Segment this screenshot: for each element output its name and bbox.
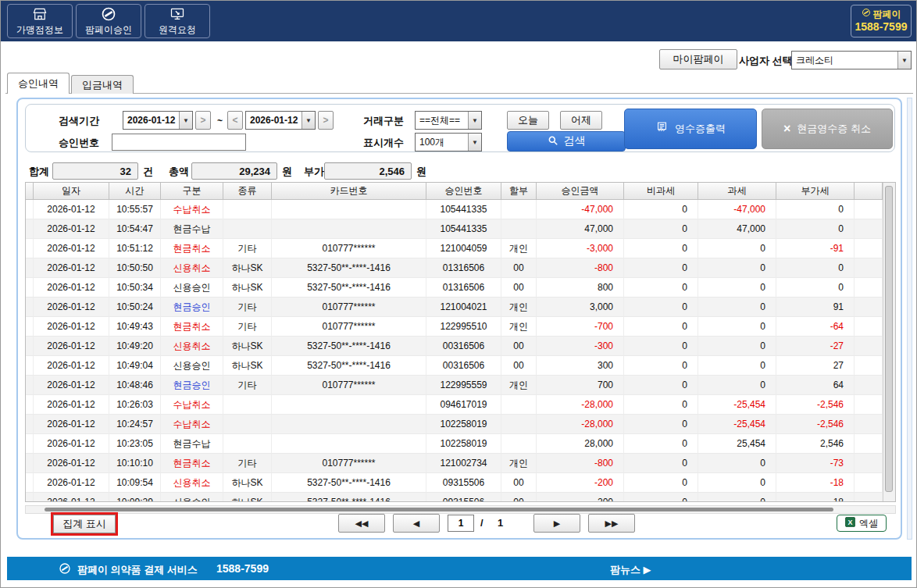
mypharmpay-button[interactable]: 마이팜페이 (659, 49, 737, 69)
table-row[interactable]: 2026-01-1210:49:43현금취소기타010777******1229… (26, 317, 883, 337)
excel-export-button[interactable]: X 엑셀 (837, 515, 887, 532)
chevron-down-icon[interactable]: ▼ (302, 112, 315, 129)
chevron-down-icon[interactable]: ▼ (179, 112, 192, 129)
table-row[interactable]: 2026-01-1210:49:04신용승인하나SK5327-50**-****… (26, 356, 883, 376)
col-header-taxable[interactable]: 과세 (698, 183, 776, 200)
table-row[interactable]: 2026-01-1210:50:24현금승인기타010777******1210… (26, 298, 883, 317)
date-from-dropdown[interactable]: 2026-01-12 ▼ (123, 111, 193, 130)
cell-taxable: 0 (698, 454, 776, 473)
table-row[interactable]: 2026-01-1210:09:54신용취소하나SK5327-50**-****… (26, 473, 883, 493)
footer-bar: 팜페이 의약품 결제 서비스 1588-7599 팜뉴스 ▶ (7, 557, 912, 580)
table-row[interactable]: 2026-01-1210:26:03수납취소094617019-28,0000-… (26, 395, 883, 415)
approval-number-label: 승인번호 (59, 136, 99, 150)
cell-approval: 01316506 (426, 278, 501, 298)
cell-installment: 00 (501, 258, 537, 278)
cell-taxfillerree: 0 (624, 473, 698, 493)
business-select-dropdown[interactable]: 크레소티 ▼ (791, 51, 912, 69)
tab-2[interactable]: 입금내역 (71, 75, 134, 94)
chevron-down-icon[interactable]: ▼ (468, 112, 481, 129)
cell-date: 2026-01-12 (34, 278, 109, 298)
cell-date: 2026-01-12 (34, 317, 109, 337)
table-row[interactable]: 2026-01-1210:49:20신용취소하나SK5327-50**-****… (26, 337, 883, 356)
col-header-amount[interactable]: 승인금액 (537, 183, 624, 200)
cell-rowhead (26, 258, 34, 278)
tab-1[interactable]: 승인내역 (7, 73, 70, 94)
approval-number-input[interactable] (112, 134, 246, 151)
chevron-down-icon[interactable]: ▼ (897, 52, 911, 69)
table-row[interactable]: 2026-01-1210:55:57수납취소105441335-47,0000-… (26, 200, 883, 219)
table-horizontal-scrollbar[interactable] (25, 505, 896, 514)
col-header-approval[interactable]: 승인번호 (426, 183, 501, 200)
col-header-kind[interactable]: 종류 (223, 183, 272, 200)
window-right-scroll-track[interactable] (907, 98, 912, 540)
date-range-separator: ~ (217, 116, 223, 127)
cell-vat: -27 (776, 337, 855, 356)
table-row[interactable]: 2026-01-1210:50:34신용승인하나SK5327-50**-****… (26, 278, 883, 298)
summary-total-value: 29,234 (191, 162, 277, 180)
table-row[interactable]: 2026-01-1210:51:12현금취소기타010777******1210… (26, 239, 883, 258)
footer-news-link[interactable]: 팜뉴스 ▶ (610, 563, 651, 577)
table-row[interactable]: 2026-01-1210:48:46현금승인기타010777******1229… (26, 376, 883, 395)
cell-installment: 개인 (501, 239, 537, 258)
display-count-dropdown[interactable]: 100개 ▼ (415, 133, 482, 151)
chevron-down-icon[interactable]: ▼ (468, 134, 481, 151)
topbar-button-2[interactable]: 팜페이승인 (76, 4, 141, 38)
cell-vat: 0 (776, 278, 855, 298)
cell-kind: 하나SK (223, 278, 272, 298)
date-to-next-button[interactable]: > (318, 111, 334, 130)
cell-approval: 105441335 (426, 219, 501, 239)
cell-card: 010777****** (272, 298, 426, 317)
col-header-time[interactable]: 시간 (109, 183, 161, 200)
table-row[interactable]: 2026-01-1210:09:29신용승인하나SK5327-50**-****… (26, 493, 883, 502)
today-button[interactable]: 오늘 (507, 111, 549, 130)
vertical-scroll-thumb[interactable] (885, 186, 893, 492)
cell-filler (855, 278, 883, 298)
topbar-button-1[interactable]: 가맹점정보 (7, 4, 73, 38)
col-header-type[interactable]: 구분 (161, 183, 223, 200)
cell-installment (501, 200, 537, 219)
cash-receipt-cancel-button[interactable]: × 현금영수증 취소 (762, 109, 893, 149)
table-row[interactable]: 2026-01-1210:10:10현금취소기타010777******1210… (26, 454, 883, 473)
table-row[interactable]: 2026-01-1210:24:57수납취소102258019-28,0000-… (26, 415, 883, 434)
table-row[interactable]: 2026-01-1210:50:50신용취소하나SK5327-50**-****… (26, 258, 883, 278)
summary-vat-unit: 원 (416, 165, 426, 179)
col-header-installment[interactable]: 할부 (501, 183, 537, 200)
date-to-prev-button[interactable]: < (227, 111, 243, 130)
table-vertical-scrollbar[interactable] (883, 183, 895, 501)
cell-taxfillerree: 0 (624, 239, 698, 258)
col-header-taxfillerree[interactable]: 비과세 (624, 183, 698, 200)
aggregate-display-button[interactable]: 집계 표시 (53, 515, 116, 533)
cell-time: 10:50:24 (109, 298, 161, 317)
cell-time: 10:49:04 (109, 356, 161, 376)
yesterday-button[interactable]: 어제 (560, 111, 602, 130)
receipt-print-button[interactable]: 영수증출력 (624, 109, 757, 149)
cell-time: 10:23:05 (109, 434, 161, 454)
search-button[interactable]: 검색 (507, 131, 626, 151)
table-header-row: 일자시간구분종류카드번호승인번호할부승인금액비과세과세부가세 (26, 183, 883, 200)
cell-date: 2026-01-12 (34, 395, 109, 415)
page-next-button[interactable]: ▶ (533, 514, 580, 533)
cell-card: 5327-50**-****-1416 (272, 278, 426, 298)
summary-vat-value: 2,546 (324, 162, 412, 180)
date-from-next-button[interactable]: > (195, 111, 211, 130)
table-row[interactable]: 2026-01-1210:23:05현금수납10225801928,000025… (26, 434, 883, 454)
cell-amount: 700 (537, 376, 624, 395)
cell-rowhead (26, 376, 34, 395)
col-header-vat[interactable]: 부가세 (776, 183, 855, 200)
horizontal-scroll-thumb[interactable] (45, 508, 833, 511)
txn-type-dropdown[interactable]: ==전체== ▼ (415, 111, 482, 130)
col-header-date[interactable]: 일자 (34, 183, 109, 200)
col-header-card[interactable]: 카드번호 (272, 183, 426, 200)
cell-date: 2026-01-12 (34, 219, 109, 239)
date-to-dropdown[interactable]: 2026-01-12 ▼ (245, 111, 316, 130)
cell-approval: 00316506 (426, 356, 501, 376)
table-row[interactable]: 2026-01-1210:54:47현금수납10544133547,000047… (26, 219, 883, 239)
cell-amount: 28,000 (537, 434, 624, 454)
cell-vat: -2,546 (776, 415, 855, 434)
page-number-input[interactable] (448, 515, 474, 532)
topbar-button-3[interactable]: 원격요청 (145, 4, 210, 38)
page-last-button[interactable]: ▶▶ (588, 514, 635, 533)
page-prev-button[interactable]: ◀ (393, 514, 440, 533)
page-first-button[interactable]: ◀◀ (338, 514, 385, 533)
cell-vat: 18 (776, 493, 855, 502)
